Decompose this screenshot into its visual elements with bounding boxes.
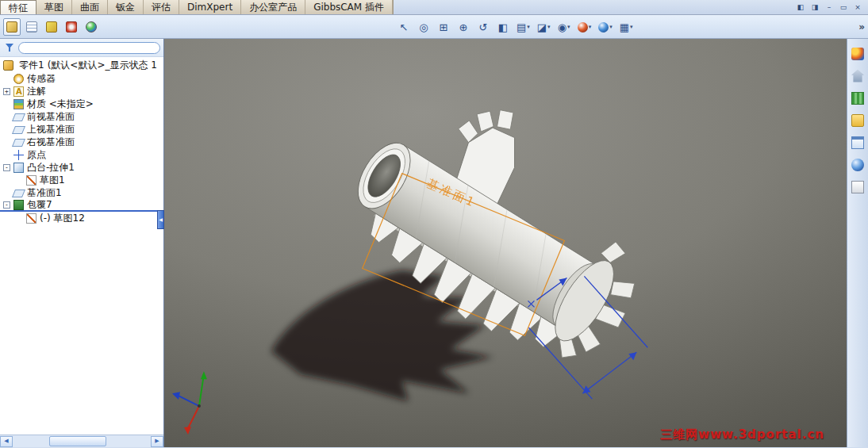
task-pane-icon xyxy=(851,48,864,60)
tree-item-annotations[interactable]: + 注解 xyxy=(0,85,163,98)
edit-appearance-button[interactable]: ▾ xyxy=(575,17,594,36)
dock-pane-left-button[interactable]: ◧ xyxy=(794,2,807,13)
tree-item-icon xyxy=(13,200,24,210)
dimxpertmanager-tab[interactable] xyxy=(63,18,80,36)
funnel-icon xyxy=(5,43,14,52)
restore-button[interactable]: ▭ xyxy=(837,2,850,13)
tree-item-sketch12[interactable]: (-) 草图12 xyxy=(0,212,163,224)
commandmanager-tab-bar: 特征草图曲面钣金评估DimXpert办公室产品GibbsCAM 插件 ◧◨–▭× xyxy=(0,0,868,15)
task-pane-icon xyxy=(851,136,864,149)
configurationmanager-tab[interactable] xyxy=(43,18,60,36)
part-config-suffix: (默认<默认>_显示状态 1 xyxy=(48,59,157,72)
tab-sheet-metal[interactable]: 钣金 xyxy=(108,0,144,14)
zoom-in-out-button[interactable]: ⊕ ▾ xyxy=(455,17,472,36)
view-tool-icon: ◎ xyxy=(419,22,428,33)
tree-item-icon xyxy=(13,137,24,147)
commandmanager-tabs: 特征草图曲面钣金评估DimXpert办公室产品GibbsCAM 插件 xyxy=(0,0,394,14)
window-button-glyph: ◧ xyxy=(797,3,805,11)
tree-item-label: 传感器 xyxy=(27,72,56,85)
tree-item-label: 前视基准面 xyxy=(27,110,75,123)
tree-item-origin[interactable]: 原点 xyxy=(0,148,163,161)
view-tool-icon: ▤ xyxy=(517,22,526,33)
view-tool-icon xyxy=(598,22,609,33)
taskpane-appearances[interactable] xyxy=(850,156,866,173)
tree-item-sensors[interactable]: 传感器 xyxy=(0,72,163,85)
apply-scene-button[interactable]: ▾ xyxy=(596,17,615,36)
section-view-button[interactable]: ◧ ▾ xyxy=(494,17,512,36)
tree-item-icon xyxy=(13,86,24,97)
scroll-right-button[interactable]: ▶ xyxy=(151,436,163,447)
taskpane-design-library[interactable] xyxy=(850,67,866,84)
tree-item-material[interactable]: 材质 <未指定> xyxy=(0,98,163,110)
tree-item-wrap7[interactable]: - 包覆7 xyxy=(0,199,163,212)
rotate-view-button[interactable]: ↺ ▾ xyxy=(474,17,492,36)
minimize-button[interactable]: – xyxy=(823,2,835,13)
tab-office-products[interactable]: 办公室产品 xyxy=(241,0,305,14)
view-settings-button[interactable]: ▦ ▾ xyxy=(617,17,636,36)
taskpane-toolbox[interactable] xyxy=(850,90,866,106)
tab-sketch[interactable]: 草图 xyxy=(36,0,72,14)
tree-filter-bar xyxy=(0,39,163,57)
displaymanager-tab[interactable] xyxy=(83,18,100,36)
tree-item-right-plane[interactable]: 右视基准面 xyxy=(0,136,163,148)
tab-dimxpert[interactable]: DimXpert xyxy=(179,0,241,14)
tree-item-top-plane[interactable]: 上视基准面 xyxy=(0,123,163,136)
tree-root-part[interactable]: 零件1 (默认<默认>_显示状态 1 xyxy=(0,59,163,72)
graphics-viewport[interactable]: 基准面1 三维网www. xyxy=(164,39,847,447)
propertymanager-tab[interactable] xyxy=(23,18,40,36)
viewport-canvas[interactable]: 基准面1 xyxy=(164,39,847,447)
manager-tab-strip xyxy=(0,15,164,38)
tree-item-plane1[interactable]: 基准面1 xyxy=(0,186,163,199)
tab-label: 曲面 xyxy=(80,2,99,13)
watermark: 三维网www.3dportal.cn xyxy=(660,427,824,442)
tree-item-label: 包覆7 xyxy=(27,199,52,212)
tab-label: 办公室产品 xyxy=(249,2,297,13)
tree-item-front-plane[interactable]: 前视基准面 xyxy=(0,110,163,123)
zoom-fit-button[interactable]: ◎ ▾ xyxy=(415,17,432,36)
window-button-glyph: ▭ xyxy=(840,3,847,11)
expander-icon[interactable]: - xyxy=(3,164,10,171)
tab-gibbscam[interactable]: GibbsCAM 插件 xyxy=(305,0,393,14)
expander-icon[interactable]: + xyxy=(3,88,10,95)
taskpane-file-explorer[interactable] xyxy=(850,112,866,128)
part-icon xyxy=(3,60,13,71)
expander-icon[interactable]: - xyxy=(3,201,10,209)
tab-features[interactable]: 特征 xyxy=(0,0,36,14)
filter-funnel-button[interactable] xyxy=(3,41,16,54)
hide-show-items-button[interactable]: ◉ ▾ xyxy=(555,17,573,36)
tab-label: DimXpert xyxy=(187,2,232,13)
view-orientation-button[interactable]: ▤ ▾ xyxy=(514,17,532,36)
feature-tree: 零件1 (默认<默认>_显示状态 1 传感器 + 注解 材质 <未指 xyxy=(0,57,163,224)
tab-surfaces[interactable]: 曲面 xyxy=(72,0,108,14)
manager-tab-icon xyxy=(46,21,57,33)
dock-pane-right-button[interactable]: ◨ xyxy=(808,2,821,13)
tree-item-label: 上视基准面 xyxy=(27,123,75,136)
tab-evaluate[interactable]: 评估 xyxy=(144,0,179,14)
featuremanager-tab[interactable] xyxy=(3,18,21,36)
close-button[interactable]: × xyxy=(851,2,864,13)
tree-item-icon xyxy=(13,74,24,84)
horizontal-scrollbar[interactable]: ◀ ▶ xyxy=(0,435,163,447)
tree-item-label: 注解 xyxy=(27,85,46,98)
taskpane-view-palette[interactable] xyxy=(850,134,866,151)
manager-overflow-button[interactable]: » xyxy=(858,21,868,33)
tree-item-icon xyxy=(13,99,24,109)
task-pane-icon xyxy=(851,70,864,82)
tree-item-sketch1[interactable]: 草图1 xyxy=(0,174,163,186)
chevron-down-icon: ▾ xyxy=(589,24,592,30)
tab-label: 钣金 xyxy=(116,2,135,13)
select-tool-button[interactable]: ↖ ▾ xyxy=(395,17,413,36)
taskpane-custom-properties[interactable] xyxy=(850,178,866,195)
taskpane-solidworks-resources[interactable] xyxy=(850,45,866,62)
zoom-area-button[interactable]: ⊞ ▾ xyxy=(435,17,452,36)
tree-filter-input[interactable] xyxy=(18,42,160,54)
panel-collapse-button[interactable]: ◀ xyxy=(157,210,164,229)
display-style-button[interactable]: ◪ ▾ xyxy=(535,17,553,36)
task-pane-icon xyxy=(851,181,864,193)
tab-label: GibbsCAM 插件 xyxy=(313,2,384,13)
tree-item-boss-extrude1[interactable]: - 凸台-拉伸1 xyxy=(0,161,163,174)
scrollbar-thumb[interactable] xyxy=(49,436,106,446)
scroll-left-button[interactable]: ◀ xyxy=(0,436,13,447)
view-tool-icon: ▦ xyxy=(620,22,629,33)
view-tool-icon: ◧ xyxy=(498,22,508,33)
